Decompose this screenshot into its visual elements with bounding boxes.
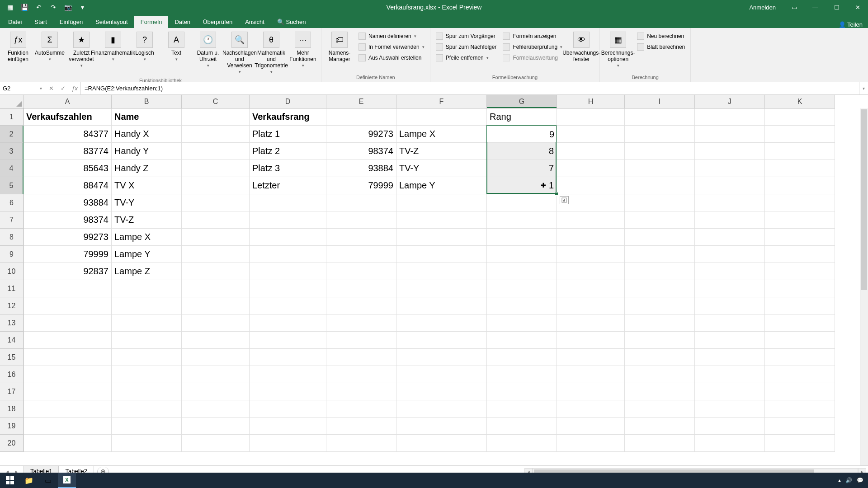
cell-K19[interactable] (765, 418, 835, 435)
cell-D19[interactable] (250, 418, 326, 435)
column-header-E[interactable]: E (326, 95, 396, 108)
cell-G18[interactable] (487, 400, 557, 418)
cell-J18[interactable] (695, 400, 765, 418)
logical-button[interactable]: ?Logisch (130, 30, 159, 64)
cell-C19[interactable] (182, 418, 250, 435)
cell-F18[interactable] (396, 400, 487, 418)
cell-G9[interactable] (487, 246, 557, 263)
autosum-button[interactable]: ΣAutoSumme (35, 30, 64, 64)
trace-precedents-button[interactable]: Spur zum Vorgänger (434, 32, 499, 41)
cell-F2[interactable]: Lampe X (396, 126, 487, 143)
column-header-F[interactable]: F (396, 95, 487, 108)
ribbon-display-options[interactable]: ▭ (784, 0, 804, 14)
cell-K2[interactable] (765, 126, 835, 143)
cell-I15[interactable] (625, 349, 695, 366)
cell-E1[interactable] (326, 108, 396, 126)
row-header-1[interactable]: 1 (0, 108, 24, 126)
cell-D3[interactable]: Platz 2 (250, 143, 326, 160)
cell-A11[interactable] (24, 280, 112, 297)
cell-J15[interactable] (695, 349, 765, 366)
cell-G14[interactable] (487, 332, 557, 349)
sign-in-button[interactable]: Anmelden (742, 0, 783, 14)
row-header-14[interactable]: 14 (0, 332, 24, 349)
cell-I4[interactable] (625, 160, 695, 177)
cell-C8[interactable] (182, 229, 250, 246)
cell-D15[interactable] (250, 349, 326, 366)
cell-H15[interactable] (557, 349, 625, 366)
cell-H20[interactable] (557, 435, 625, 452)
cell-J12[interactable] (695, 297, 765, 314)
cell-A7[interactable]: 98374 (24, 211, 112, 229)
row-header-5[interactable]: 5 (0, 177, 24, 194)
vertical-scrollbar[interactable] (860, 108, 868, 465)
minimize-button[interactable]: — (805, 0, 826, 14)
watch-window-button[interactable]: 👁Überwachungs-fenster (567, 30, 596, 64)
cell-D6[interactable] (250, 194, 326, 211)
cell-E10[interactable] (326, 263, 396, 280)
cell-J17[interactable] (695, 383, 765, 400)
cell-C18[interactable] (182, 400, 250, 418)
share-button[interactable]: 👤 Teilen (839, 21, 863, 28)
cell-J7[interactable] (695, 211, 765, 229)
column-header-C[interactable]: C (182, 95, 250, 108)
error-checking-button[interactable]: Fehlerüberprüfung (501, 42, 564, 52)
fill-handle[interactable] (555, 192, 558, 196)
tab-ansicht[interactable]: Ansicht (239, 16, 271, 28)
cell-A8[interactable]: 99273 (24, 229, 112, 246)
cell-B19[interactable] (112, 418, 182, 435)
start-button[interactable] (1, 473, 19, 488)
cell-H11[interactable] (557, 280, 625, 297)
cell-J9[interactable] (695, 246, 765, 263)
cell-C20[interactable] (182, 435, 250, 452)
row-header-17[interactable]: 17 (0, 383, 24, 400)
cell-D2[interactable]: Platz 1 (250, 126, 326, 143)
cell-H9[interactable] (557, 246, 625, 263)
cell-J13[interactable] (695, 314, 765, 332)
cell-B6[interactable]: TV-Y (112, 194, 182, 211)
cell-E9[interactable] (326, 246, 396, 263)
cell-B4[interactable]: Handy Z (112, 160, 182, 177)
cell-D12[interactable] (250, 297, 326, 314)
cell-I19[interactable] (625, 418, 695, 435)
row-header-3[interactable]: 3 (0, 143, 24, 160)
cell-C12[interactable] (182, 297, 250, 314)
column-header-B[interactable]: B (112, 95, 182, 108)
row-header-4[interactable]: 4 (0, 160, 24, 177)
cell-G3[interactable]: 8 (487, 143, 557, 160)
cell-J11[interactable] (695, 280, 765, 297)
cell-B8[interactable]: Lampe X (112, 229, 182, 246)
cell-F17[interactable] (396, 383, 487, 400)
cell-A9[interactable]: 79999 (24, 246, 112, 263)
cell-J14[interactable] (695, 332, 765, 349)
cell-H14[interactable] (557, 332, 625, 349)
cell-C16[interactable] (182, 366, 250, 383)
cell-D9[interactable] (250, 246, 326, 263)
column-header-K[interactable]: K (765, 95, 835, 108)
tab-daten[interactable]: Daten (168, 16, 197, 28)
calculate-now-button[interactable]: Neu berechnen (635, 32, 687, 41)
cell-K4[interactable] (765, 160, 835, 177)
cell-A13[interactable] (24, 314, 112, 332)
cell-K5[interactable] (765, 177, 835, 194)
cell-G19[interactable] (487, 418, 557, 435)
cell-B20[interactable] (112, 435, 182, 452)
date-time-button[interactable]: 🕐Datum u. Uhrzeit (193, 30, 222, 70)
undo-button[interactable]: ↶ (33, 1, 45, 14)
cell-E19[interactable] (326, 418, 396, 435)
cell-F4[interactable]: TV-Y (396, 160, 487, 177)
cell-J2[interactable] (695, 126, 765, 143)
cell-I2[interactable] (625, 126, 695, 143)
cell-B10[interactable]: Lampe Z (112, 263, 182, 280)
cell-C1[interactable] (182, 108, 250, 126)
cell-B18[interactable] (112, 400, 182, 418)
camera-button[interactable]: 📷 (61, 1, 74, 14)
cell-K8[interactable] (765, 229, 835, 246)
cell-F9[interactable] (396, 246, 487, 263)
cell-A10[interactable]: 92837 (24, 263, 112, 280)
select-all-corner[interactable] (0, 95, 24, 108)
cell-B14[interactable] (112, 332, 182, 349)
cell-J19[interactable] (695, 418, 765, 435)
cell-I8[interactable] (625, 229, 695, 246)
cell-J4[interactable] (695, 160, 765, 177)
cell-H3[interactable] (557, 143, 625, 160)
